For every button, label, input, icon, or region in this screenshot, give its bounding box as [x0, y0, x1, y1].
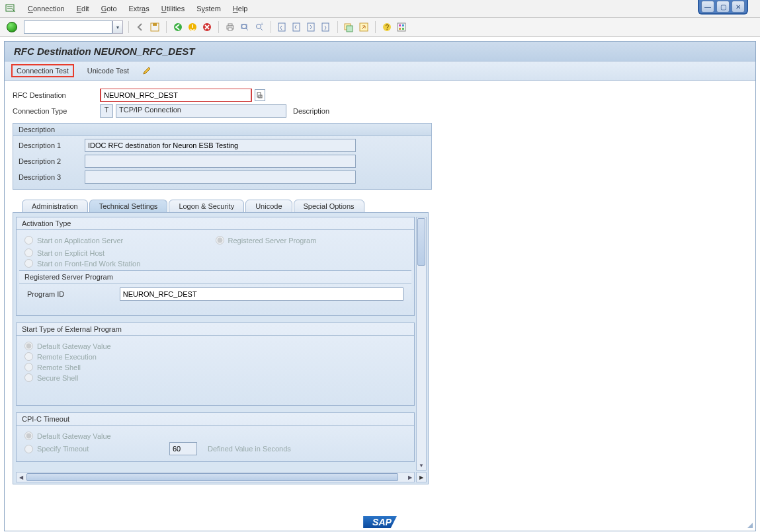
- radio-remote-exec[interactable]: [24, 352, 33, 361]
- svg-rect-7: [228, 24, 232, 26]
- rfc-destination-input[interactable]: [100, 89, 252, 102]
- radio-default-gateway[interactable]: [24, 342, 33, 350]
- label-registered-server: Registered Server Program: [228, 237, 317, 245]
- cpic-title: CPI-C Timeout: [17, 413, 414, 426]
- svg-rect-15: [308, 23, 314, 31]
- radio-registered-server[interactable]: [216, 236, 224, 245]
- svg-rect-24: [402, 24, 404, 26]
- menu-goto[interactable]: Goto: [101, 5, 117, 13]
- label-start-app-server: Start on Application Server: [37, 237, 123, 245]
- label-start-explicit: Start on Explicit Host: [37, 249, 105, 257]
- search-help-icon[interactable]: [255, 89, 265, 101]
- svg-rect-18: [347, 26, 353, 32]
- maximize-button[interactable]: ▢: [716, 1, 730, 13]
- scroll-left-icon[interactable]: ◀: [17, 473, 25, 482]
- cancel-icon[interactable]: [201, 21, 213, 33]
- save-icon[interactable]: [149, 21, 161, 33]
- label-cpic-specify: Specify Timeout: [37, 445, 169, 453]
- unicode-test-button[interactable]: Unicode Test: [83, 65, 133, 76]
- next-page-icon[interactable]: [306, 21, 317, 33]
- svg-rect-26: [402, 28, 404, 30]
- tab-special-options[interactable]: Special Options: [294, 200, 364, 213]
- tab-logon-security[interactable]: Logon & Security: [169, 200, 244, 213]
- green-back-icon[interactable]: [172, 21, 184, 33]
- customize-icon[interactable]: [396, 21, 407, 33]
- new-session-icon[interactable]: [343, 21, 355, 33]
- start-type-title: Start Type of External Program: [17, 323, 414, 336]
- label-remote-shell: Remote Shell: [37, 363, 81, 371]
- page-right-icon[interactable]: ▶: [416, 472, 427, 482]
- description1-label: Description 1: [19, 141, 85, 149]
- tab-technical-settings[interactable]: Technical Settings: [89, 200, 168, 213]
- label-remote-exec: Remote Execution: [37, 353, 97, 361]
- svg-rect-13: [278, 23, 285, 31]
- scroll-thumb[interactable]: [417, 218, 425, 266]
- description2-label: Description 2: [19, 157, 85, 165]
- svg-rect-14: [293, 23, 300, 31]
- menu-connection[interactable]: Connection: [28, 5, 65, 13]
- prev-page-icon[interactable]: [291, 21, 303, 33]
- tab-unicode[interactable]: Unicode: [245, 200, 292, 213]
- menu-edit[interactable]: Edit: [77, 5, 89, 13]
- label-default-gateway: Default Gateway Value: [37, 342, 111, 350]
- scroll-down-icon[interactable]: ▼: [417, 461, 426, 470]
- label-start-frontend: Start on Front-End Work Station: [37, 260, 140, 268]
- command-dropdown[interactable]: ▾: [112, 20, 123, 34]
- minimize-button[interactable]: —: [701, 1, 714, 13]
- hscroll-thumb[interactable]: [26, 473, 398, 481]
- main-panel: RFC Destination NEURON_RFC_DEST Connecti…: [4, 41, 756, 531]
- radio-start-frontend[interactable]: [24, 259, 33, 268]
- radio-cpic-default[interactable]: [24, 432, 33, 440]
- find-next-icon[interactable]: +: [253, 21, 265, 33]
- app-toolbar: Connection Test Unicode Test: [5, 61, 755, 81]
- description2-input[interactable]: [85, 155, 356, 168]
- scroll-right-icon[interactable]: ▶: [405, 473, 414, 482]
- last-page-icon[interactable]: [320, 21, 332, 33]
- description3-input[interactable]: [85, 171, 356, 184]
- first-page-icon[interactable]: [276, 21, 288, 33]
- close-button[interactable]: ✕: [732, 1, 745, 13]
- description3-label: Description 3: [19, 173, 85, 181]
- menubar: Connection Edit Goto Extras Utilities Sy…: [0, 0, 760, 18]
- pencil-icon[interactable]: [142, 66, 151, 75]
- activation-type-group: Activation Type Start on Application Ser…: [16, 217, 415, 316]
- radio-remote-shell[interactable]: [24, 363, 33, 371]
- svg-text:+: +: [261, 22, 263, 26]
- svg-point-9: [242, 24, 247, 29]
- radio-cpic-specify[interactable]: [24, 445, 33, 453]
- menu-utilities[interactable]: Utilities: [161, 5, 185, 13]
- menu-help[interactable]: Help: [233, 5, 248, 13]
- exit-icon[interactable]: [187, 21, 198, 33]
- svg-rect-2: [153, 23, 157, 26]
- command-field[interactable]: [24, 20, 112, 34]
- program-id-label: Program ID: [27, 290, 120, 298]
- horizontal-scrollbar[interactable]: ◀ ▶: [16, 472, 415, 482]
- enter-icon[interactable]: [7, 22, 17, 32]
- create-shortcut-icon[interactable]: [358, 21, 370, 33]
- connection-type-code: T: [100, 104, 113, 118]
- tab-administration[interactable]: Administration: [22, 200, 88, 213]
- print-icon[interactable]: [224, 21, 236, 33]
- vertical-scrollbar[interactable]: ▲ ▼: [416, 217, 427, 471]
- connection-type-text: TCP/IP Connection: [116, 104, 286, 118]
- resize-grip-icon[interactable]: [747, 523, 753, 528]
- find-icon[interactable]: [239, 21, 251, 33]
- menu-extras[interactable]: Extras: [129, 5, 149, 13]
- description-heading: Description: [293, 107, 329, 115]
- help-icon[interactable]: ?: [381, 21, 393, 33]
- window-controls: — ▢ ✕: [698, 0, 748, 15]
- description1-input[interactable]: [85, 139, 356, 152]
- svg-rect-25: [399, 28, 401, 30]
- app-menu-icon[interactable]: [5, 3, 16, 14]
- menu-system[interactable]: System: [196, 5, 221, 13]
- radio-start-explicit[interactable]: [24, 248, 33, 257]
- program-id-input[interactable]: [120, 287, 403, 301]
- description-group-title: Description: [13, 124, 431, 136]
- timeout-value-input[interactable]: [169, 442, 197, 455]
- radio-start-app-server[interactable]: [24, 236, 33, 245]
- label-secure-shell: Secure Shell: [37, 374, 78, 382]
- connection-test-button[interactable]: Connection Test: [11, 64, 74, 77]
- back-icon[interactable]: [134, 21, 146, 33]
- sap-logo: SAP: [363, 516, 397, 528]
- radio-secure-shell[interactable]: [24, 373, 33, 382]
